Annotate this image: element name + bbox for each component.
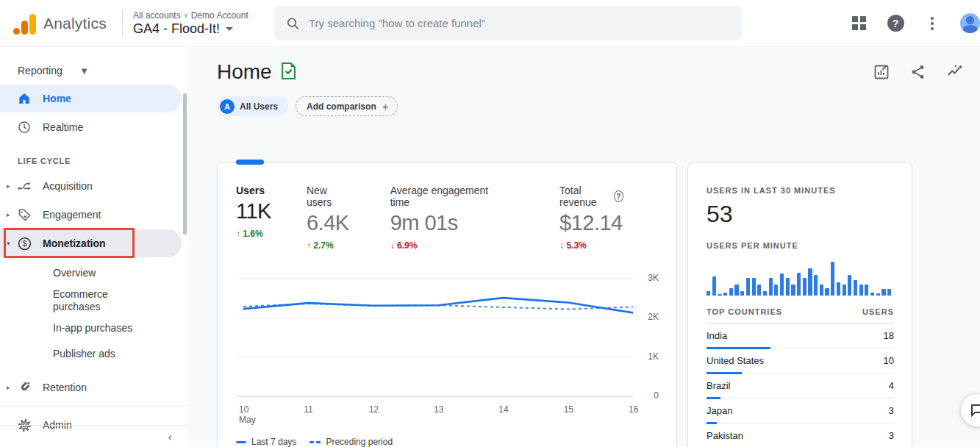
sidebar-item-realtime[interactable]: Realtime	[0, 113, 188, 141]
per-minute-bar	[881, 289, 885, 296]
legend-preceding-period: Preceding period	[310, 437, 393, 447]
table-row: Pakistan3	[707, 423, 894, 447]
global-search[interactable]	[274, 6, 742, 40]
per-minute-bar	[865, 285, 868, 296]
add-comparison-button[interactable]: Add comparison +	[296, 96, 398, 116]
comparison-chip-all-users[interactable]: A All Users	[217, 96, 288, 116]
chevron-down-icon: ▼	[82, 67, 87, 75]
breadcrumb-separator: ›	[185, 10, 187, 21]
per-minute-bar	[752, 278, 756, 296]
sidebar-item-ecommerce-purchases[interactable]: Ecommerce purchases	[0, 284, 88, 318]
x-axis-label: 16	[629, 404, 638, 415]
comparison-badge: A	[220, 99, 235, 114]
account-selector[interactable]: All accounts › Demo Account GA4 - Flood-…	[123, 10, 264, 37]
share-icon	[909, 63, 927, 81]
metric-avg-engagement-time[interactable]: Average engagement time 9m 01s ↓ 6.9%	[390, 185, 489, 251]
collapse-sidebar-button[interactable]: ‹	[168, 431, 172, 444]
breadcrumb-root[interactable]: All accounts	[133, 10, 181, 21]
search-icon	[286, 16, 300, 31]
per-minute-bar	[825, 288, 829, 296]
per-minute-bar	[734, 285, 738, 296]
sidebar-footer: ‹	[0, 425, 188, 447]
breadcrumb-account[interactable]: Demo Account	[191, 10, 248, 21]
grid-icon	[852, 16, 866, 30]
customize-report-button[interactable]	[873, 63, 890, 81]
more-options-button[interactable]	[923, 15, 941, 32]
sidebar-item-publisher-ads[interactable]: Publisher ads	[0, 343, 147, 365]
monetization-subnav: Overview Ecommerce purchases In-app purc…	[0, 258, 188, 368]
legend-last-7-days: Last 7 days	[236, 437, 296, 447]
metric-users[interactable]: Users 11K ↑ 1.6%	[236, 185, 271, 251]
product-name: Analytics	[43, 15, 107, 32]
metric-total-revenue[interactable]: Total revenue? $12.14 ↓ 5.3%	[559, 185, 623, 251]
home-icon	[16, 90, 32, 107]
realtime-card[interactable]: USERS IN LAST 30 MINUTES 53 USERS PER MI…	[687, 162, 912, 447]
users-overview-card: Users 11K ↑ 1.6% New users 6.4K ↑ 2.7% A…	[217, 162, 677, 447]
metric-new-users[interactable]: New users 6.4K ↑ 2.7%	[307, 185, 349, 251]
per-minute-bar	[843, 285, 846, 296]
sidebar-item-in-app-purchases[interactable]: In-app purchases	[0, 318, 147, 339]
per-minute-bar	[808, 268, 812, 296]
sidebar-item-engagement[interactable]: ▸ Engagement	[0, 201, 188, 229]
per-minute-bar	[746, 278, 750, 296]
property-caret-icon	[226, 27, 233, 31]
per-minute-bar	[803, 278, 806, 296]
per-minute-bar	[740, 291, 744, 296]
per-minute-bar	[707, 291, 710, 296]
per-minute-bar	[887, 289, 891, 296]
per-minute-bar	[876, 293, 880, 296]
x-axis-labels: 10May111213141516	[236, 403, 633, 426]
search-input[interactable]	[309, 17, 730, 29]
share-button[interactable]	[909, 63, 927, 81]
chevron-down-icon[interactable]: ▾	[0, 240, 15, 247]
insights-icon	[946, 63, 964, 81]
per-minute-bar	[763, 291, 767, 296]
sidebar-item-home[interactable]: Home	[0, 85, 182, 112]
realtime-title: USERS IN LAST 30 MINUTES	[707, 186, 894, 195]
per-minute-bar	[718, 294, 721, 296]
diagnostics-grid-button[interactable]	[850, 15, 868, 32]
per-minute-bar	[712, 276, 716, 296]
analytics-logo[interactable]: Analytics	[0, 12, 122, 35]
per-minute-bar	[757, 285, 761, 296]
chevron-right-icon[interactable]: ▸	[0, 384, 15, 391]
page-title: Home	[217, 60, 272, 84]
active-tab-indicator	[236, 160, 264, 165]
users-last-30-min-value: 53	[707, 201, 894, 228]
x-axis-label: 12	[369, 404, 379, 415]
sidebar-divider	[0, 406, 188, 407]
help-icon[interactable]: ?	[614, 190, 623, 202]
sidebar-item-retention[interactable]: ▸ Retention	[0, 373, 188, 401]
chevron-right-icon[interactable]: ▸	[0, 211, 15, 218]
table-row: Japan3	[707, 398, 894, 423]
help-button[interactable]: ?	[887, 15, 904, 32]
sidebar-scrollbar[interactable]	[183, 93, 187, 235]
section-label-life-cycle: LIFE CYCLE	[0, 142, 188, 171]
chevron-right-icon[interactable]: ▸	[0, 182, 15, 190]
per-minute-bar	[837, 282, 840, 296]
property-name[interactable]: GA4 - Flood-It!	[133, 21, 220, 37]
report-check-icon	[281, 62, 296, 82]
metrics-row: Users 11K ↑ 1.6% New users 6.4K ↑ 2.7% A…	[236, 185, 659, 251]
per-minute-bar	[859, 285, 863, 296]
sidebar-item-acquisition[interactable]: ▸ Acquisition	[0, 172, 188, 200]
per-minute-bar	[780, 273, 784, 296]
avatar[interactable]	[960, 13, 980, 33]
app-header: Analytics All accounts › Demo Account GA…	[0, 0, 980, 47]
per-minute-bar	[854, 280, 857, 296]
report-mode-selector[interactable]: Reporting ▼	[0, 47, 188, 84]
x-axis-label: 13	[434, 404, 443, 415]
sidebar-item-monetization[interactable]: ▾ $ Monetization	[0, 229, 182, 257]
sidebar-item-overview[interactable]: Overview	[0, 262, 147, 284]
customize-report-icon	[873, 63, 890, 81]
acquisition-icon	[16, 178, 32, 194]
sidebar: Reporting ▼ Home Realtime LIFE CYCLE ▸ A…	[0, 47, 188, 447]
dashed-line-swatch	[310, 441, 321, 443]
table-row: Brazil4	[707, 373, 894, 398]
per-minute-bar	[870, 293, 874, 296]
users-per-minute-label: USERS PER MINUTE	[707, 241, 894, 250]
solid-line-swatch	[236, 441, 246, 443]
svg-text:$: $	[22, 239, 26, 248]
insights-button[interactable]	[946, 63, 964, 81]
table-row: United States10	[707, 348, 894, 373]
